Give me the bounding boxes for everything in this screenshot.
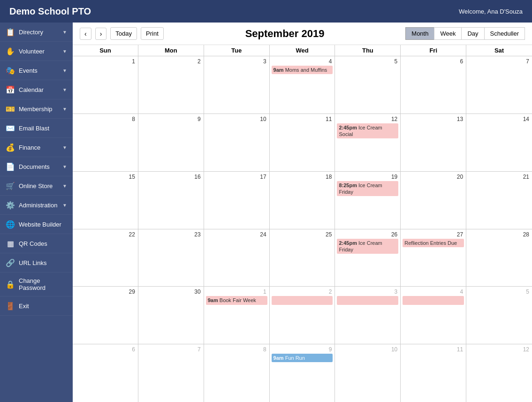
day-number: 10 [206, 115, 267, 123]
prev-button[interactable]: ‹ [80, 28, 91, 40]
view-btn-month[interactable]: Month [405, 27, 434, 40]
calendar-day[interactable]: 99am Fun Run [270, 344, 335, 402]
calendar-day[interactable]: 6 [73, 344, 138, 402]
calendar-day[interactable]: 4 [401, 287, 466, 344]
sidebar-item-email-blast[interactable]: ✉️ Email Blast [0, 119, 73, 138]
calendar-day[interactable]: 10 [204, 114, 270, 171]
view-btn-week[interactable]: Week [434, 27, 462, 40]
calendar-event[interactable] [403, 296, 464, 304]
calendar-day[interactable]: 198:25pm Ice Cream Friday [335, 172, 401, 229]
view-btn-day[interactable]: Day [461, 27, 484, 40]
calendar-day[interactable]: 122:45pm Ice Cream Social [335, 114, 401, 171]
events-icon: 🎭 [6, 66, 15, 75]
sidebar-label-volunteer: Volunteer [19, 48, 59, 55]
calendar-event[interactable]: 2:45pm Ice Cream Social [337, 123, 398, 139]
sidebar-item-website-builder[interactable]: 🌐 Website Builder [0, 215, 73, 234]
calendar-day[interactable]: 24 [204, 229, 270, 287]
app-header: Demo School PTO Welcome, Ana D'Souza [0, 0, 532, 23]
sidebar-item-exit[interactable]: 🚪 Exit [0, 296, 73, 316]
calendar-week-5: 67899am Fun Run101112 [73, 344, 532, 402]
calendar-event[interactable]: 9am Moms and Muffins [272, 66, 333, 74]
header-tue: Tue [204, 45, 270, 56]
arrow-icon: ▼ [62, 87, 67, 92]
day-number: 21 [468, 173, 530, 181]
calendar-day[interactable]: 11 [401, 344, 466, 402]
print-button[interactable]: Print [141, 27, 164, 40]
calendar-day[interactable]: 6 [401, 56, 466, 114]
calendar-day[interactable]: 21 [466, 172, 532, 229]
sidebar-item-volunteer[interactable]: ✋ Volunteer ▼ [0, 42, 73, 61]
sidebar-label-exit: Exit [19, 303, 67, 310]
event-time: 9am [274, 67, 284, 73]
calendar-event[interactable]: 8:25pm Ice Cream Friday [337, 181, 398, 197]
sidebar-item-events[interactable]: 🎭 Events ▼ [0, 61, 73, 80]
sidebar-item-online-store[interactable]: 🛒 Online Store ▼ [0, 176, 73, 196]
calendar-day[interactable]: 2 [138, 56, 204, 114]
day-number: 25 [272, 230, 333, 239]
calendar-day[interactable]: 20 [401, 172, 466, 229]
calendar-day[interactable]: 3 [204, 56, 270, 114]
calendar-day[interactable]: 7 [466, 56, 532, 114]
finance-icon: 💰 [6, 143, 15, 152]
calendar-day[interactable]: 2 [270, 287, 335, 344]
arrow-icon: ▼ [62, 106, 67, 112]
sidebar-item-url-links[interactable]: 🔗 URL Links [0, 253, 73, 273]
calendar-day[interactable]: 13 [401, 114, 466, 171]
calendar-event[interactable] [272, 296, 333, 304]
sidebar-item-documents[interactable]: 📄 Documents ▼ [0, 157, 73, 176]
calendar-day[interactable]: 30 [138, 287, 204, 344]
view-btn-scheduller[interactable]: Scheduller [484, 27, 525, 40]
calendar-body: 12349am Moms and Muffins567891011122:45p… [73, 56, 532, 402]
calendar-day[interactable]: 22 [73, 229, 138, 287]
calendar-day[interactable]: 17 [204, 172, 270, 229]
calendar-day[interactable]: 15 [73, 172, 138, 229]
sidebar-item-membership[interactable]: 🎫 Membership ▼ [0, 99, 73, 119]
calendar-event[interactable]: 9am Book Fair Week [206, 296, 267, 304]
calendar-day[interactable]: 8 [73, 114, 138, 171]
calendar-day[interactable]: 7 [138, 344, 204, 402]
calendar-day[interactable]: 49am Moms and Muffins [270, 56, 335, 114]
sidebar: 📋 Directory ▼ ✋ Volunteer ▼ 🎭 Events ▼ 📅… [0, 23, 73, 402]
calendar-day[interactable]: 5 [466, 287, 532, 344]
calendar-week-2: 15161718198:25pm Ice Cream Friday2021 [73, 172, 532, 229]
calendar-day[interactable]: 27Refliection Entries Due [401, 229, 466, 287]
calendar-day[interactable]: 262:45pm Ice Cream Friday [335, 229, 401, 287]
calendar-day[interactable]: 3 [335, 287, 401, 344]
next-button[interactable]: › [95, 28, 107, 40]
calendar-day[interactable]: 25 [270, 229, 335, 287]
calendar-day[interactable]: 16 [138, 172, 204, 229]
calendar-day[interactable]: 5 [335, 56, 401, 114]
day-number: 12 [468, 345, 530, 354]
sidebar-item-qr-codes[interactable]: ▦ QR Codes [0, 234, 73, 253]
calendar-day[interactable]: 29 [73, 287, 138, 344]
calendar-day[interactable]: 18 [270, 172, 335, 229]
day-number: 18 [272, 173, 333, 181]
calendar-day[interactable]: 11 [270, 114, 335, 171]
calendar-week-3: 22232425262:45pm Ice Cream Friday27Refli… [73, 229, 532, 287]
today-button[interactable]: Today [110, 27, 137, 40]
sidebar-label-finance: Finance [19, 144, 59, 151]
calendar-event[interactable]: 2:45pm Ice Cream Friday [337, 239, 398, 254]
calendar-day[interactable]: 14 [466, 114, 532, 171]
sidebar-item-administration[interactable]: ⚙️ Administration ▼ [0, 196, 73, 215]
website-builder-icon: 🌐 [6, 220, 15, 229]
calendar-day[interactable]: 8 [204, 344, 270, 402]
calendar-day[interactable]: 12 [466, 344, 532, 402]
sidebar-item-change-password[interactable]: 🔒 Change Password [0, 273, 73, 296]
day-number: 17 [206, 173, 267, 181]
calendar-event[interactable]: Refliection Entries Due [403, 239, 464, 247]
calendar-day[interactable]: 28 [466, 229, 532, 287]
calendar-event[interactable]: 9am Fun Run [272, 354, 333, 362]
event-name: Fun Run [285, 355, 305, 361]
calendar-day[interactable]: 19am Book Fair Week [204, 287, 270, 344]
sidebar-item-directory[interactable]: 📋 Directory ▼ [0, 23, 73, 42]
day-number: 27 [403, 230, 464, 239]
day-number: 9 [140, 115, 202, 123]
sidebar-item-finance[interactable]: 💰 Finance ▼ [0, 138, 73, 157]
calendar-day[interactable]: 23 [138, 229, 204, 287]
sidebar-item-calendar[interactable]: 📅 Calendar ▼ [0, 80, 73, 99]
calendar-day[interactable]: 1 [73, 56, 138, 114]
calendar-event[interactable] [337, 296, 398, 304]
calendar-day[interactable]: 9 [138, 114, 204, 171]
calendar-day[interactable]: 10 [335, 344, 401, 402]
